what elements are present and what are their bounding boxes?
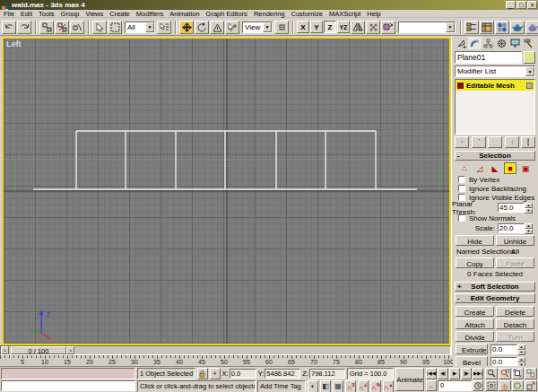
object-name-field[interactable]: Plane01 xyxy=(455,51,522,64)
by-vertex-checkbox[interactable] xyxy=(458,176,465,183)
restrict-z-button[interactable]: Z xyxy=(324,21,336,33)
undo-button[interactable] xyxy=(2,21,16,34)
modifier-list-dropdown[interactable]: Modifier List ▼ xyxy=(455,65,535,77)
crossing-window-toggle-icon[interactable]: ▦ xyxy=(333,380,343,392)
scale-spinner[interactable]: 20.0 ▲▼ xyxy=(498,223,533,233)
configure-button-sets-button[interactable] xyxy=(521,136,535,148)
show-normals-checkbox[interactable] xyxy=(458,214,465,222)
subobject-element-icon[interactable]: ▣ xyxy=(519,162,532,174)
extrude-spinner[interactable]: 0.0 ▲▼ xyxy=(490,344,525,354)
spinner-arrows[interactable]: ▲▼ xyxy=(525,223,533,233)
zoom-all-icon[interactable] xyxy=(499,368,511,379)
select-and-manipulate-button[interactable] xyxy=(225,21,239,34)
listener-script-row[interactable] xyxy=(1,380,135,392)
animate-button[interactable]: Animate xyxy=(395,368,424,391)
copy-button[interactable]: Copy xyxy=(456,257,494,268)
listener-macro-row[interactable] xyxy=(1,368,135,379)
zoom-extents-all-icon[interactable] xyxy=(525,368,537,379)
select-and-rotate-button[interactable] xyxy=(195,21,209,34)
percent-snap-icon[interactable]: ∩% xyxy=(370,380,381,392)
add-time-tag[interactable]: Add Time Tag xyxy=(257,380,306,392)
tab-display-icon[interactable] xyxy=(508,37,522,49)
previous-frame-icon[interactable]: ◀| xyxy=(438,368,448,379)
zoom-extents-icon[interactable] xyxy=(512,368,525,379)
rectangular-selection-region-button[interactable] xyxy=(108,21,122,34)
stack-item-editable-mesh[interactable]: Editable Mesh xyxy=(456,80,534,91)
bind-to-space-warp-icon[interactable] xyxy=(70,21,84,34)
selection-filter-dropdown[interactable]: All ▼ xyxy=(125,22,155,33)
zoom-icon[interactable] xyxy=(485,368,498,379)
arc-rotate-icon[interactable] xyxy=(512,380,525,392)
align-button[interactable] xyxy=(381,21,395,34)
chevron-down-icon[interactable]: ▼ xyxy=(263,22,272,32)
spinner-arrows[interactable]: ▲▼ xyxy=(525,203,533,213)
paste-button[interactable]: Paste xyxy=(496,257,534,268)
subobject-polygon-icon[interactable]: ■ xyxy=(504,162,516,174)
make-unique-button[interactable] xyxy=(488,136,502,148)
menu-item-group[interactable]: Group xyxy=(61,10,80,18)
schematic-view-button[interactable] xyxy=(480,21,494,34)
menu-item-tools[interactable]: Tools xyxy=(39,10,55,18)
key-mode-toggle-icon[interactable]: ↔ xyxy=(426,380,437,392)
time-slider[interactable]: < 0 / 100 > xyxy=(0,345,451,355)
select-and-scale-button[interactable] xyxy=(210,21,224,34)
array-button[interactable] xyxy=(366,21,380,34)
absolute-offset-toggle-icon[interactable]: + xyxy=(210,368,221,379)
go-to-end-icon[interactable]: ▶▶| xyxy=(473,368,483,379)
time-slider-prev-arrow[interactable]: < xyxy=(1,346,9,354)
track-view-button[interactable] xyxy=(464,21,479,34)
time-slider-handle[interactable]: 0 / 100 xyxy=(11,346,66,354)
hide-button[interactable]: Hide xyxy=(456,235,494,246)
unhide-all-button[interactable]: Unhide All xyxy=(496,235,534,246)
time-configuration-icon[interactable] xyxy=(473,380,483,392)
track-bar[interactable]: 5101520253035404550556065707580859095100 xyxy=(0,355,453,367)
maxscript-mini-listener[interactable] xyxy=(1,368,135,391)
unlink-selection-icon[interactable] xyxy=(55,21,69,34)
bevel-value[interactable]: 0.0 xyxy=(490,357,517,367)
select-object-button[interactable] xyxy=(92,21,107,34)
viewport-left[interactable]: Left Z xyxy=(2,37,451,345)
menu-item-graph-editors[interactable]: Graph Editors xyxy=(206,10,247,18)
play-animation-icon[interactable]: ▶ xyxy=(449,368,460,379)
show-end-result-button[interactable] xyxy=(472,136,486,148)
detach-button[interactable]: Detach xyxy=(496,318,534,329)
time-slider-next-arrow[interactable]: > xyxy=(66,346,74,354)
spinner-arrows[interactable]: ▲▼ xyxy=(517,357,525,367)
menu-item-edit[interactable]: Edit xyxy=(21,10,32,18)
go-to-start-icon[interactable]: |◀◀ xyxy=(426,368,437,379)
pan-hand-icon[interactable] xyxy=(499,380,511,392)
planar-thresh-value[interactable]: 45.0 xyxy=(498,203,525,213)
menu-item-modifiers[interactable]: Modifiers xyxy=(136,10,163,18)
y-value-field[interactable]: 5486.842 xyxy=(265,369,300,379)
select-and-move-button[interactable] xyxy=(179,21,194,34)
tab-modify-icon[interactable] xyxy=(468,37,482,49)
menu-item-rendering[interactable]: Rendering xyxy=(254,10,285,18)
material-editor-button[interactable] xyxy=(495,21,509,34)
use-pivot-point-center-button[interactable] xyxy=(274,21,289,34)
restrict-yz-plane-button[interactable]: YZ xyxy=(337,21,350,33)
minimize-button[interactable]: _ xyxy=(506,1,516,9)
menu-item-create[interactable]: Create xyxy=(109,10,130,18)
menu-item-maxscript[interactable]: MAXScript xyxy=(329,10,360,18)
degradation-override-icon[interactable]: ◐ xyxy=(308,380,318,392)
selection-lock-icon[interactable] xyxy=(197,368,208,379)
angle-snap-icon[interactable]: ∩∠ xyxy=(358,380,369,392)
z-value-field[interactable]: 798.112 xyxy=(309,369,345,379)
extrude-value[interactable]: 0.0 xyxy=(490,344,517,354)
pin-stack-button[interactable] xyxy=(455,136,469,148)
reference-coordinate-system-dropdown[interactable]: View ▼ xyxy=(242,22,273,33)
close-button[interactable]: × xyxy=(527,1,537,9)
restrict-x-button[interactable]: X xyxy=(297,21,309,33)
object-color-swatch[interactable] xyxy=(524,51,535,64)
rollout-edit-geometry[interactable]: - Edit Geometry xyxy=(455,293,535,303)
restrict-y-button[interactable]: Y xyxy=(310,21,323,33)
snap-3d-icon[interactable]: ∩3 xyxy=(345,380,356,392)
attach-button[interactable]: Attach xyxy=(456,318,494,329)
turn-button[interactable]: Turn xyxy=(496,331,534,342)
planar-thresh-spinner[interactable]: 45.0 ▲▼ xyxy=(498,203,533,213)
mirror-button[interactable] xyxy=(351,21,365,34)
chevron-down-icon[interactable]: ▼ xyxy=(446,22,455,32)
tab-motion-icon[interactable] xyxy=(495,37,508,49)
min-max-toggle-icon[interactable] xyxy=(525,380,537,392)
remove-modifier-button[interactable] xyxy=(505,136,519,148)
